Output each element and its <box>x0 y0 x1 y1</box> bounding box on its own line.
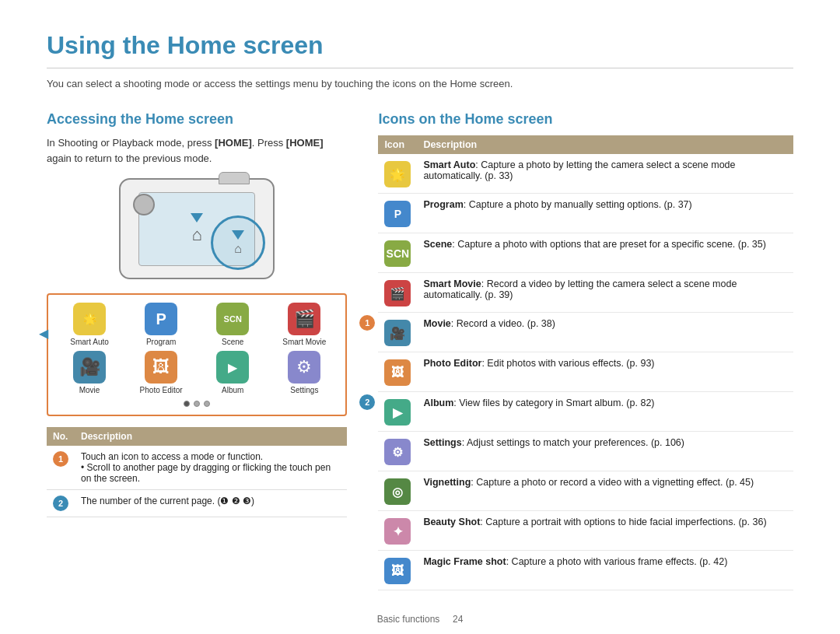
icon-desc-10: Magic Frame shot: Capture a photo with v… <box>417 551 793 590</box>
row-1-badge: 1 <box>53 451 68 467</box>
smart-auto-icon: 🌟 <box>73 303 106 335</box>
icon-table-row: ✦Beauty Shot: Capture a portrait with op… <box>378 511 793 551</box>
settings-icon: ⚙ <box>288 351 320 384</box>
row-1-desc: Touch an icon to access a mode or functi… <box>75 446 347 490</box>
icon-cell-9: ✦ <box>378 511 417 551</box>
left-column: Accessing the Home screen In Shooting or… <box>47 111 347 590</box>
icon-desc-8: Vignetting: Capture a photo or record a … <box>417 471 793 511</box>
left-section-title: Accessing the Home screen <box>47 111 347 128</box>
hs-settings: ⚙ Settings <box>271 351 338 394</box>
hs-program: P Program <box>128 303 194 346</box>
footer: Basic functions 24 <box>47 614 793 625</box>
icon-desc-0: Smart Auto: Capture a photo by letting t… <box>417 154 793 194</box>
icon-table-row: 🌟Smart Auto: Capture a photo by letting … <box>378 154 793 194</box>
callout-badge-2: 2 <box>359 394 375 410</box>
circle-highlight: ⌂ <box>211 215 265 270</box>
left-arrow-icon: ◀ <box>39 326 48 341</box>
row-2-no: 2 <box>47 490 75 517</box>
table-row: 2 The number of the current page. (❶ ❷ ❸… <box>47 490 347 517</box>
icon-cell-0: 🌟 <box>378 154 417 194</box>
table-row: 1 Touch an icon to access a mode or func… <box>47 446 347 490</box>
home-icon: ⌂ <box>192 225 202 245</box>
icon-cell-8: ◎ <box>378 471 417 511</box>
icon-cell-1: P <box>378 194 417 233</box>
arrow-down-icon <box>191 213 203 222</box>
icon-table-row: ▶Album: View files by category in Smart … <box>378 392 793 432</box>
icon-table-row: ◎Vignetting: Capture a photo or record a… <box>378 471 793 511</box>
camera-body: ⌂ ⌂ <box>119 178 275 279</box>
icon-desc-5: Photo Editor: Edit photos with various e… <box>417 352 793 392</box>
hs-smart-movie: 🎬 Smart Movie <box>271 303 338 346</box>
dot-1 <box>184 401 190 407</box>
camera-bump <box>219 172 250 184</box>
dot-3 <box>204 401 210 407</box>
smart-auto-label: Smart Auto <box>70 338 108 346</box>
right-section-title: Icons on the Home screen <box>378 111 793 128</box>
smart-movie-icon: 🎬 <box>288 303 320 335</box>
row-2-desc: The number of the current page. (❶ ❷ ❸) <box>75 490 347 517</box>
hs-album: ▶ Album <box>199 351 266 394</box>
icon-cell-10: 🖼 <box>378 551 417 590</box>
callout-1: 1 <box>359 315 375 331</box>
scene-icon: SCN <box>216 303 249 335</box>
callout-2: 2 <box>359 394 375 410</box>
inner-arrow-icon <box>232 230 244 240</box>
program-icon: P <box>145 303 177 335</box>
page-number: 24 <box>453 614 463 625</box>
movie-icon: 🎥 <box>73 351 106 384</box>
desc-table-no-header: No. <box>47 427 75 446</box>
row-2-badge: 2 <box>53 496 68 511</box>
icon-cell-7: ⚙ <box>378 432 417 471</box>
icons-table: Icon Description 🌟Smart Auto: Capture a … <box>378 135 793 590</box>
movie-label: Movie <box>79 386 100 394</box>
album-icon: ▶ <box>216 351 249 384</box>
callout-badge-1: 1 <box>359 315 375 331</box>
settings-label: Settings <box>290 386 318 394</box>
icon-table-row: PProgram: Capture a photo by manually se… <box>378 194 793 233</box>
icon-table-row: 🎥Movie: Record a video. (p. 38) <box>378 313 793 352</box>
homescreen-box: ◀ 🌟 Smart Auto P Program SCN Scene <box>47 293 347 416</box>
right-column: Icons on the Home screen Icon Descriptio… <box>378 111 793 590</box>
footer-text: Basic functions <box>377 614 440 625</box>
album-label: Album <box>222 386 243 394</box>
icon-table-row: 🎬Smart Movie: Record a video by letting … <box>378 273 793 313</box>
icon-cell-5: 🖼 <box>378 352 417 392</box>
icon-desc-6: Album: View files by category in Smart a… <box>417 392 793 432</box>
page-dots <box>56 401 338 407</box>
hs-scene: SCN Scene <box>199 303 266 346</box>
icon-desc-9: Beauty Shot: Capture a portrait with opt… <box>417 511 793 551</box>
icon-desc-1: Program: Capture a photo by manually set… <box>417 194 793 233</box>
icon-table-row: ⚙Settings: Adjust settings to match your… <box>378 432 793 471</box>
inner-home-icon: ⌂ <box>234 242 242 256</box>
description-table: No. Description 1 Touch an icon to acces… <box>47 427 347 517</box>
desc-col-header: Description <box>417 135 793 154</box>
dot-2 <box>194 401 200 407</box>
desc-table-desc-header: Description <box>75 427 347 446</box>
icon-cell-6: ▶ <box>378 392 417 432</box>
icon-desc-2: Scene: Capture a photo with options that… <box>417 233 793 273</box>
program-label: Program <box>146 338 176 346</box>
photo-editor-icon: 🖼 <box>145 351 177 384</box>
hs-smart-auto: 🌟 Smart Auto <box>56 303 123 346</box>
hs-photo-editor: 🖼 Photo Editor <box>128 351 194 394</box>
icon-table-row: SCNScene: Capture a photo with options t… <box>378 233 793 273</box>
icon-desc-3: Smart Movie: Record a video by letting t… <box>417 273 793 313</box>
icon-table-row: 🖼Magic Frame shot: Capture a photo with … <box>378 551 793 590</box>
access-description: In Shooting or Playback mode, press [HOM… <box>47 135 347 166</box>
scene-label: Scene <box>222 338 243 346</box>
icon-desc-4: Movie: Record a video. (p. 38) <box>417 313 793 352</box>
page-subtitle: You can select a shooting mode or access… <box>47 78 793 89</box>
page-title: Using the Home screen <box>47 31 793 68</box>
homescreen-icons-grid: 🌟 Smart Auto P Program SCN Scene 🎬 Smart… <box>56 303 338 394</box>
icon-desc-7: Settings: Adjust settings to match your … <box>417 432 793 471</box>
homescreen-wrapper: ◀ 🌟 Smart Auto P Program SCN Scene <box>47 293 347 416</box>
camera-lens <box>133 194 155 215</box>
icon-cell-4: 🎥 <box>378 313 417 352</box>
photo-editor-label: Photo Editor <box>140 386 183 394</box>
smart-movie-label: Smart Movie <box>282 338 326 346</box>
icon-table-row: 🖼Photo Editor: Edit photos with various … <box>378 352 793 392</box>
camera-illustration: ⌂ ⌂ <box>47 178 347 279</box>
hs-movie: 🎥 Movie <box>56 351 123 394</box>
icon-col-header: Icon <box>378 135 417 154</box>
icon-cell-2: SCN <box>378 233 417 273</box>
